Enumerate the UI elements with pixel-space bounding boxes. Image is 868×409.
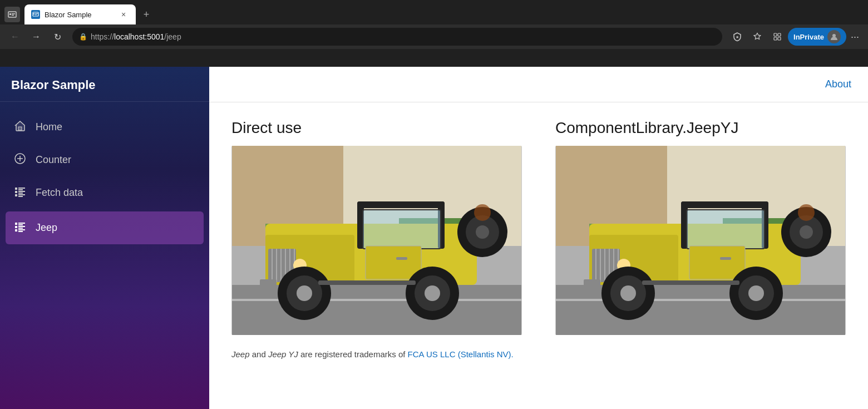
svg-point-62 <box>474 204 491 221</box>
svg-rect-9 <box>774 33 777 36</box>
svg-rect-32 <box>18 228 23 229</box>
sidebar-item-jeep[interactable]: Jeep <box>6 211 204 244</box>
svg-rect-19 <box>18 188 25 189</box>
svg-rect-27 <box>15 223 17 225</box>
svg-rect-72 <box>556 285 845 335</box>
svg-rect-18 <box>15 188 17 190</box>
direct-use-jeep-image <box>231 146 522 335</box>
lock-icon: 🔒 <box>79 33 87 41</box>
svg-rect-90 <box>681 201 768 208</box>
forward-button[interactable]: → <box>27 27 46 46</box>
svg-rect-57 <box>366 246 421 279</box>
svg-rect-69 <box>318 280 416 285</box>
address-bar[interactable]: 🔒 https://localhost:5001/jeep <box>72 28 722 46</box>
counter-icon <box>13 152 27 167</box>
svg-rect-22 <box>18 191 25 192</box>
svg-rect-34 <box>18 229 25 230</box>
browser-icon <box>4 7 20 22</box>
sidebar-nav: Home Counter <box>0 102 209 255</box>
content-area: Direct use <box>209 102 868 409</box>
sidebar-item-home[interactable]: Home <box>0 111 209 144</box>
refresh-button[interactable]: ↻ <box>48 27 67 46</box>
app-title: Blazor Sample <box>11 78 96 92</box>
svg-rect-21 <box>15 191 17 193</box>
favorites-icon[interactable] <box>748 27 767 46</box>
svg-rect-92 <box>689 246 745 279</box>
svg-rect-2 <box>12 13 15 14</box>
new-tab-button[interactable]: + <box>138 6 155 23</box>
tab-favicon <box>31 10 40 19</box>
svg-rect-25 <box>18 194 25 195</box>
url-protocol: https:// <box>91 32 114 41</box>
sidebar-item-counter-label: Counter <box>36 154 71 166</box>
svg-rect-6 <box>35 13 38 14</box>
more-options-button[interactable]: ··· <box>847 31 862 43</box>
sidebar-item-counter[interactable]: Counter <box>0 144 209 176</box>
tab-close-button[interactable]: × <box>118 9 129 20</box>
svg-point-103 <box>748 285 764 301</box>
direct-use-heading: Direct use <box>231 119 522 137</box>
svg-rect-12 <box>778 37 781 40</box>
svg-rect-26 <box>18 196 23 197</box>
fca-link[interactable]: FCA US LLC (Stellantis NV). <box>408 349 514 359</box>
svg-rect-28 <box>18 223 25 224</box>
svg-rect-11 <box>774 37 777 40</box>
svg-rect-24 <box>15 194 17 196</box>
svg-rect-70 <box>260 279 277 286</box>
svg-rect-5 <box>33 13 34 14</box>
sidebar-item-fetch-data[interactable]: Fetch data <box>0 176 209 209</box>
svg-point-61 <box>476 225 489 239</box>
collections-icon[interactable] <box>768 27 787 46</box>
svg-rect-73 <box>556 299 845 301</box>
direct-use-section: Direct use <box>231 119 522 335</box>
inprivate-label: InPrivate <box>793 33 824 41</box>
component-library-heading: ComponentLibrary.JeepYJ <box>555 119 846 137</box>
fetch-data-icon <box>13 185 27 200</box>
svg-rect-23 <box>18 193 23 194</box>
svg-rect-14 <box>18 127 22 130</box>
url-host: localhost:5001 <box>114 32 164 41</box>
shield-icon[interactable]: ★ <box>728 27 747 46</box>
svg-rect-7 <box>35 14 37 15</box>
jeep-trademark: Jeep <box>231 349 250 359</box>
svg-point-96 <box>800 225 813 239</box>
active-tab[interactable]: Blazor Sample × <box>24 4 136 24</box>
toolbar-icons: ★ InPrivate <box>728 27 862 46</box>
tab-title: Blazor Sample <box>45 11 115 19</box>
url-path: /jeep <box>164 32 181 41</box>
sidebar-item-fetch-data-label: Fetch data <box>36 187 83 199</box>
footer-and: and <box>252 349 268 359</box>
url-display: https://localhost:5001/jeep <box>91 32 181 41</box>
main-content: About Direct use <box>209 67 868 409</box>
svg-rect-3 <box>12 15 14 16</box>
svg-rect-58 <box>396 257 407 260</box>
footer-registered: are registered trademarks of <box>300 349 408 359</box>
svg-rect-37 <box>232 285 521 335</box>
app-container: Blazor Sample Home <box>0 67 868 409</box>
about-link[interactable]: About <box>825 78 851 90</box>
svg-rect-30 <box>15 226 17 228</box>
nav-bar: ← → ↻ 🔒 https://localhost:5001/jeep ★ <box>0 24 868 49</box>
tab-bar: Blazor Sample × + <box>0 0 868 24</box>
svg-point-65 <box>297 285 312 301</box>
svg-rect-31 <box>18 226 25 227</box>
jeep-icon <box>13 220 27 235</box>
inprivate-button[interactable]: InPrivate <box>788 28 846 46</box>
back-button[interactable]: ← <box>6 27 24 46</box>
sidebar-item-jeep-label: Jeep <box>36 222 57 234</box>
user-avatar <box>827 30 841 43</box>
svg-text:★: ★ <box>736 35 739 39</box>
svg-rect-10 <box>778 33 781 36</box>
content-columns: Direct use <box>231 119 846 335</box>
svg-rect-35 <box>18 231 23 232</box>
svg-rect-105 <box>584 279 600 286</box>
sidebar: Blazor Sample Home <box>0 67 209 409</box>
svg-point-97 <box>798 204 815 221</box>
sidebar-header: Blazor Sample <box>0 67 209 102</box>
svg-point-68 <box>425 285 440 301</box>
svg-rect-20 <box>18 189 23 190</box>
jeep-yj-trademark: Jeep YJ <box>268 349 298 359</box>
svg-rect-104 <box>642 280 739 285</box>
svg-rect-55 <box>357 201 445 208</box>
svg-point-100 <box>620 285 636 301</box>
